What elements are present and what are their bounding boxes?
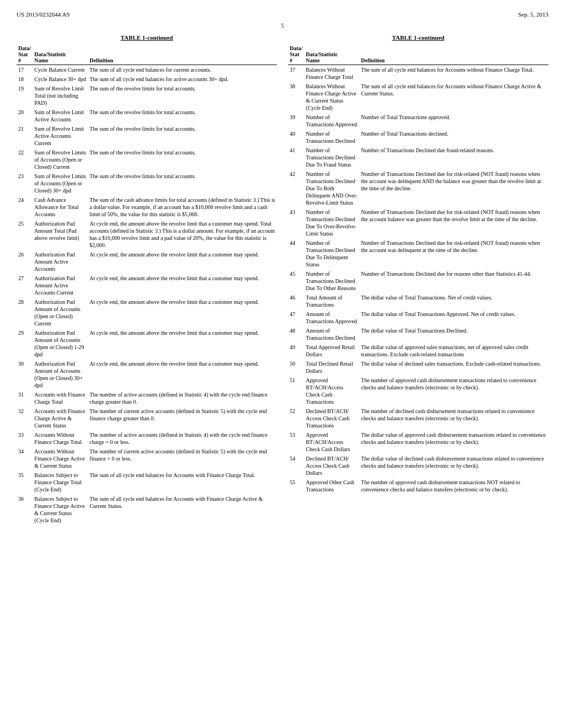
stat-def: The dollar value of Total Transactions A… xyxy=(359,309,548,326)
stat-name: Total Amount of Transactions xyxy=(304,293,359,309)
stat-def: The sum of all cycle end balances for Ac… xyxy=(359,82,548,113)
stat-name: Number of Transactions Declined Due To B… xyxy=(304,169,359,207)
stat-name: Authorization Pad Amount Active Accounts… xyxy=(33,274,88,297)
right-header-def: Definition xyxy=(359,44,548,65)
stat-num: 47 xyxy=(288,309,304,326)
stat-def: The sum of the revolve limits for total … xyxy=(88,148,277,172)
table-row: 30 Authorization Pad Amount of Accounts … xyxy=(17,359,277,390)
table-row: 18 Cycle Balance 30+ dpd The sum of all … xyxy=(17,74,277,84)
stat-name: Number of Transactions Approved xyxy=(304,113,359,129)
stat-num: 41 xyxy=(288,146,304,169)
left-header-name: Data/StatisticName xyxy=(33,44,88,65)
stat-num: 17 xyxy=(17,65,33,75)
table-row: 21 Sum of Revolve Limit Active Accounts … xyxy=(17,124,277,148)
stat-num: 51 xyxy=(288,376,304,406)
table-row: 47 Amount of Transactions Approved The d… xyxy=(288,309,548,326)
left-header-def: Definition xyxy=(88,44,277,65)
stat-def: Number of Transactions Declined due for … xyxy=(359,169,548,207)
stat-name: Amount of Transactions Approved xyxy=(304,309,359,326)
table-row: 51 Approved BT/ACH/Access Check Cash Tra… xyxy=(288,376,548,406)
table-row: 23 Sum of Revolve Limits of Accounts (Op… xyxy=(17,172,277,195)
stat-num: 21 xyxy=(17,124,33,148)
stat-num: 20 xyxy=(17,108,33,124)
stat-def: The sum of all cycle end balances for Ac… xyxy=(88,470,277,494)
table-row: 40 Number of Transactions Declined Numbe… xyxy=(288,129,548,146)
left-table-title: TABLE 1-continued xyxy=(17,34,277,41)
stat-num: 30 xyxy=(17,359,33,390)
stat-num: 37 xyxy=(288,65,304,82)
stat-name: Accounts with Finance Charge Active & Cu… xyxy=(33,406,88,430)
right-table: Data/Stat# Data/StatisticName Definition… xyxy=(288,44,548,494)
stat-def: The sum of the revolve limits for total … xyxy=(88,124,277,148)
stat-name: Number of Transactions Declined xyxy=(304,129,359,146)
stat-name: Balances Without Finance Charge Total xyxy=(304,65,359,82)
stat-num: 26 xyxy=(17,250,33,274)
table-row: 17 Cycle Balance Current The sum of all … xyxy=(17,65,277,75)
table-row: 44 Number of Transactions Declined Due T… xyxy=(288,238,548,269)
stat-num: 46 xyxy=(288,293,304,309)
stat-num: 35 xyxy=(17,470,33,494)
table-row: 43 Number of Transactions Declined Due T… xyxy=(288,207,548,238)
page-number: 5 xyxy=(17,22,548,29)
right-column: TABLE 1-continued Data/Stat# Data/Statis… xyxy=(288,34,548,525)
stat-num: 48 xyxy=(288,326,304,342)
table-row: 39 Number of Transactions Approved Numbe… xyxy=(288,113,548,129)
stat-name: Sum of Revolve Limit Total (not includin… xyxy=(33,84,88,108)
stat-name: Declined BT/ACH/ Access Check Cash Dolla… xyxy=(304,454,359,478)
stat-num: 43 xyxy=(288,207,304,238)
stat-def: At cycle end, the amount above the revol… xyxy=(88,297,277,328)
stat-def: At cycle end, the amount above the revol… xyxy=(88,328,277,359)
stat-def: The sum of all cycle end balances for Ac… xyxy=(359,65,548,82)
stat-name: Number of Transactions Declined Due To O… xyxy=(304,269,359,293)
stat-def: The dollar value of Total Transactions. … xyxy=(359,293,548,309)
table-row: 55 Approved Other Cash Transactions The … xyxy=(288,478,548,494)
table-row: 52 Declined BT/ACH/ Access Check Cash Tr… xyxy=(288,406,548,430)
page-header: US 2013/0232044 A9 Sep. 5, 2013 xyxy=(17,11,548,18)
stat-def: At cycle end, the amount above the revol… xyxy=(88,250,277,274)
table-row: 28 Authorization Pad Amount of Accounts … xyxy=(17,297,277,328)
stat-def: The sum of all cycle end balances for Ac… xyxy=(88,494,277,525)
table-row: 42 Number of Transactions Declined Due T… xyxy=(288,169,548,207)
stat-num: 32 xyxy=(17,406,33,430)
stat-num: 31 xyxy=(17,390,33,406)
table-row: 34 Accounts Without Finance Charge Activ… xyxy=(17,447,277,470)
table-row: 50 Total Declined Retail Dollars The dol… xyxy=(288,359,548,376)
table-row: 38 Balances Without Finance Charge Activ… xyxy=(288,82,548,113)
stat-def: At cycle end, the amount above the revol… xyxy=(88,274,277,297)
stat-name: Accounts Without Finance Charge Active &… xyxy=(33,447,88,470)
stat-def: Number of Total Transactions approved. xyxy=(359,113,548,129)
stat-num: 45 xyxy=(288,269,304,293)
stat-name: Balances Subject to Finance Charge Total… xyxy=(33,470,88,494)
stat-name: Sum of Revolve Limits of Accounts (Open … xyxy=(33,148,88,172)
stat-def: At cycle end, the amount above the revol… xyxy=(88,219,277,250)
table-row: 24 Cash Advance Allowance for Total Acco… xyxy=(17,195,277,219)
stat-name: Sum of Revolve Limit Active Accounts xyxy=(33,108,88,124)
table-row: 25 Authorization Pad Amount Total (Pad a… xyxy=(17,219,277,250)
stat-def: The dollar value of declined sales trans… xyxy=(359,359,548,376)
table-row: 36 Balances Subject to Finance Charge Ac… xyxy=(17,494,277,525)
table-row: 19 Sum of Revolve Limit Total (not inclu… xyxy=(17,84,277,108)
stat-def: At cycle end, the amount above the revol… xyxy=(88,359,277,390)
stat-def: Number of Transactions Declined due for … xyxy=(359,238,548,269)
stat-def: The sum of the revolve limits for total … xyxy=(88,172,277,195)
stat-def: Number of Total Transactions declined. xyxy=(359,129,548,146)
table-row: 49 Total Approved Retail Dollars The dol… xyxy=(288,342,548,359)
right-table-title: TABLE 1-continued xyxy=(288,34,548,41)
stat-num: 34 xyxy=(17,447,33,470)
stat-name: Cash Advance Allowance for Total Account… xyxy=(33,195,88,219)
stat-name: Cycle Balance 30+ dpd xyxy=(33,74,88,84)
stat-def: The sum of the cash advance limits for t… xyxy=(88,195,277,219)
stat-name: Declined BT/ACH/ Access Check Cash Trans… xyxy=(304,406,359,430)
table-row: 53 Approved BT/ACH/Access Check Cash Dol… xyxy=(288,430,548,454)
stat-name: Approved BT/ACH/Access Check Cash Transa… xyxy=(304,376,359,406)
stat-def: Number of Transactions Declined due frau… xyxy=(359,146,548,169)
table-row: 20 Sum of Revolve Limit Active Accounts … xyxy=(17,108,277,124)
stat-def: The number of current active accounts (d… xyxy=(88,447,277,470)
stat-num: 36 xyxy=(17,494,33,525)
stat-num: 44 xyxy=(288,238,304,269)
stat-def: The number of approved cash disbursement… xyxy=(359,478,548,494)
right-header-stat: Data/Stat# xyxy=(288,44,304,65)
stat-name: Sum of Revolve Limits of Accounts (Open … xyxy=(33,172,88,195)
stat-num: 38 xyxy=(288,82,304,113)
stat-def: The number of approved cash disbursement… xyxy=(359,376,548,406)
